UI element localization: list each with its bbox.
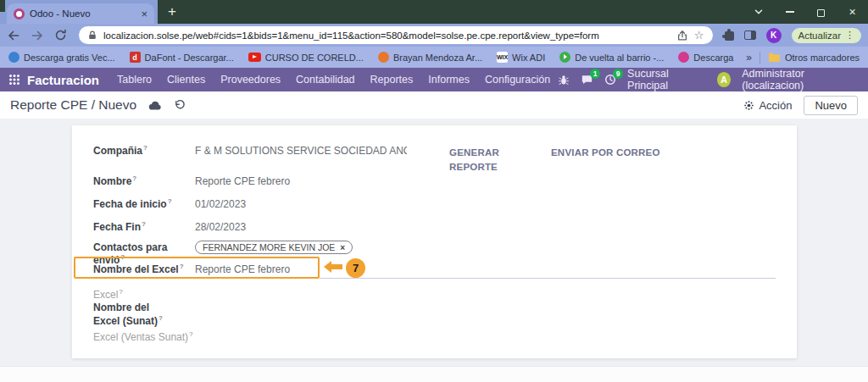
window-menu-button[interactable] xyxy=(743,0,774,24)
breadcrumb[interactable]: Reporte CPE / Nuevo xyxy=(10,97,136,113)
extensions-icon[interactable] xyxy=(725,30,734,41)
nav-item-clientes[interactable]: Clientes xyxy=(159,68,213,91)
nav-item-reportes[interactable]: Reportes xyxy=(363,68,421,91)
forward-button[interactable] xyxy=(31,29,44,42)
branch-selector[interactable]: Sucursal Principal xyxy=(627,68,706,91)
messages-button[interactable]: 1 xyxy=(581,74,593,86)
other-bookmarks-button[interactable]: Otros marcadores xyxy=(768,52,860,63)
bookmarks-overflow-icon[interactable]: » xyxy=(746,52,752,64)
label-text: Nombre del Excel xyxy=(93,263,179,275)
bookmark-item[interactable]: WIXWix ADI xyxy=(497,52,545,63)
field-row-excel: Excel? xyxy=(93,288,195,301)
minimize-icon xyxy=(786,11,794,13)
contacts-value: FERNANDEZ MORE KEVIN JOE × xyxy=(195,239,353,254)
bug-icon xyxy=(558,74,570,86)
nav-item-tablero[interactable]: Tablero xyxy=(109,68,159,91)
bookmark-item[interactable]: Descarga gratis | Pu... xyxy=(678,52,736,63)
bookmark-star-icon[interactable]: ☆ xyxy=(694,29,704,42)
bookmark-item[interactable]: dDaFont - Descargar... xyxy=(130,52,234,63)
bookmark-label: DaFont - Descargar... xyxy=(145,53,234,63)
help-marker: ? xyxy=(159,314,163,322)
discard-button[interactable] xyxy=(174,99,186,111)
window-close-button[interactable]: × xyxy=(837,0,868,24)
chevron-down-icon xyxy=(753,6,765,18)
field-row-excel-name: Nombre del Excel? xyxy=(93,263,195,275)
nav-item-informes[interactable]: Informes xyxy=(420,68,477,91)
back-button[interactable] xyxy=(7,29,20,42)
help-marker: ? xyxy=(189,330,192,338)
generate-report-button[interactable]: GENERAR REPORTE xyxy=(449,146,517,174)
contact-tag[interactable]: FERNANDEZ MORE KEVIN JOE × xyxy=(195,241,353,254)
content-area: Compañia? F & M SOLUTIONS SERVICE SOCIED… xyxy=(0,119,868,366)
update-browser-button[interactable]: Actualizar ⋮ xyxy=(792,28,862,43)
reload-icon xyxy=(54,29,67,42)
company-value[interactable]: F & M SOLUTIONS SERVICE SOCIEDAD ANONIMA… xyxy=(195,145,407,157)
bookmark-item[interactable]: De vuelta al barrio -... xyxy=(559,52,664,63)
label-text: Fecha Fin xyxy=(93,221,141,233)
field-underline xyxy=(320,278,776,279)
label-text: Nombre xyxy=(93,175,131,187)
excel-name-label: Nombre del Excel? xyxy=(93,263,195,275)
contact-tag-label: FERNANDEZ MORE KEVIN JOE xyxy=(203,242,335,252)
url-text[interactable]: localizacion.solse.pe/web#cids=1&bids=1&… xyxy=(103,30,670,41)
address-bar[interactable]: localizacion.solse.pe/web#cids=1&bids=1&… xyxy=(79,26,713,44)
help-marker: ? xyxy=(119,288,122,296)
undo-icon xyxy=(174,99,186,111)
pink-icon xyxy=(678,52,689,63)
apps-menu-button[interactable] xyxy=(8,74,20,86)
field-row-date-start: Fecha de inicio? xyxy=(93,197,195,210)
user-menu[interactable]: Administrator (localizacion) xyxy=(742,68,860,91)
name-label: Nombre? xyxy=(93,174,195,187)
help-marker: ? xyxy=(168,197,172,205)
save-record-button[interactable] xyxy=(148,99,162,111)
activities-button[interactable]: 9 xyxy=(604,74,616,86)
bookmark-item[interactable]: Brayan Mendoza Ar... xyxy=(378,52,482,63)
date-end-value[interactable]: 28/02/2023 xyxy=(195,221,246,233)
send-email-button[interactable]: ENVIAR POR CORREO xyxy=(551,146,660,160)
restore-button[interactable] xyxy=(805,0,837,24)
control-panel: Reporte CPE / Nuevo Acción Nuevo xyxy=(0,91,868,119)
date-start-value[interactable]: 01/02/2023 xyxy=(195,198,246,210)
action-label: Acción xyxy=(759,99,792,112)
bottom-strip xyxy=(0,366,868,382)
activities-badge: 9 xyxy=(613,69,623,79)
kebab-menu-icon[interactable]: ⋮ xyxy=(845,30,854,41)
action-menu-button[interactable]: Acción xyxy=(743,99,792,112)
panel-glyph xyxy=(744,30,756,40)
gear-icon xyxy=(743,100,754,111)
screen: Odoo - Nuevo × + × localizacion.solse.pe… xyxy=(0,0,868,382)
wix-icon: WIX xyxy=(497,52,508,63)
new-tab-button[interactable]: + xyxy=(168,2,176,22)
label-text: Excel (Ventas Sunat) xyxy=(93,331,188,343)
play-icon xyxy=(559,52,570,63)
control-panel-right: Acción Nuevo xyxy=(743,96,858,115)
date-start-label: Fecha de inicio? xyxy=(93,197,195,210)
profile-avatar[interactable]: K xyxy=(766,28,782,43)
nav-item-contabilidad[interactable]: Contabilidad xyxy=(288,68,363,91)
nav-item-configuracion[interactable]: Configuración xyxy=(477,68,558,91)
reload-button[interactable] xyxy=(54,29,67,42)
name-value[interactable]: Reporte CPE febrero xyxy=(195,175,290,187)
new-button[interactable]: Nuevo xyxy=(804,96,858,115)
debug-button[interactable] xyxy=(558,74,570,86)
bookmark-label: Descarga gratis Vec... xyxy=(24,53,115,63)
nav-item-proveedores[interactable]: Proveedores xyxy=(213,68,288,91)
minimize-button[interactable] xyxy=(774,0,805,24)
user-avatar[interactable]: A xyxy=(717,72,732,87)
app-name[interactable]: Facturacion xyxy=(27,73,99,87)
browser-tab-strip: Odoo - Nuevo × + × xyxy=(0,0,868,24)
bookmark-item[interactable]: Descarga gratis Vec... xyxy=(8,52,115,63)
label-text: Excel xyxy=(93,289,118,301)
excel-name-value[interactable]: Reporte CPE febrero xyxy=(195,263,290,275)
excel-sunat-label: Excel (Ventas Sunat)? xyxy=(93,330,229,343)
annotation-step-badge: 7 xyxy=(346,258,365,278)
firefox-icon xyxy=(378,52,389,63)
side-panel-icon[interactable] xyxy=(744,30,756,40)
share-icon[interactable] xyxy=(676,30,688,42)
cloud-save-icon xyxy=(148,99,162,111)
bookmark-item[interactable]: CURSO DE CORELD... xyxy=(248,53,364,63)
tag-remove-icon[interactable]: × xyxy=(340,243,345,252)
tab-close-icon[interactable]: × xyxy=(141,8,147,19)
browser-tab[interactable]: Odoo - Nuevo × xyxy=(7,3,154,24)
vecteezy-icon xyxy=(8,52,19,63)
